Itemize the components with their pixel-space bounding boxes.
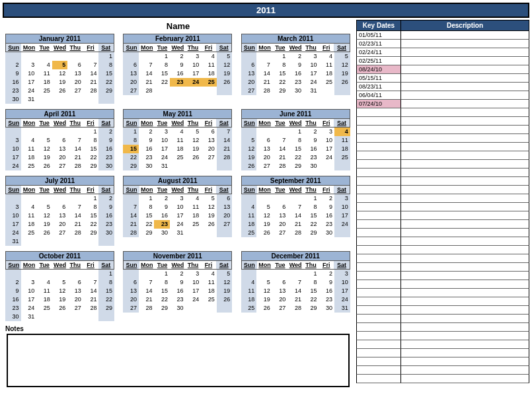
day-cell[interactable]: [21, 237, 37, 246]
day-cell[interactable]: 26: [334, 78, 350, 87]
day-cell[interactable]: 12: [52, 287, 68, 295]
day-cell[interactable]: 27: [241, 87, 257, 95]
day-cell[interactable]: 21: [67, 220, 83, 229]
day-cell[interactable]: [123, 270, 139, 278]
key-date-row[interactable]: [356, 220, 529, 229]
day-cell[interactable]: 20: [52, 220, 68, 229]
day-cell[interactable]: [217, 229, 233, 237]
day-cell[interactable]: 17: [5, 220, 21, 229]
day-cell[interactable]: 3: [319, 128, 335, 136]
day-cell[interactable]: 11: [241, 287, 257, 295]
day-cell[interactable]: 2: [319, 270, 335, 278]
day-cell[interactable]: 7: [83, 278, 99, 287]
day-cell[interactable]: 28: [139, 304, 155, 313]
day-cell[interactable]: 12: [241, 145, 257, 153]
key-date-row[interactable]: 02/24/11: [356, 48, 529, 57]
day-cell[interactable]: 29: [123, 162, 139, 170]
description-cell[interactable]: [401, 134, 529, 143]
day-cell[interactable]: [52, 95, 68, 104]
day-cell[interactable]: 11: [21, 145, 37, 153]
day-cell[interactable]: 17: [303, 69, 319, 78]
day-cell[interactable]: 4: [241, 278, 257, 287]
day-cell[interactable]: 30: [319, 229, 335, 237]
day-cell[interactable]: 3: [21, 278, 37, 287]
key-date-row[interactable]: [356, 211, 529, 220]
day-cell[interactable]: 5: [217, 270, 233, 278]
day-cell[interactable]: [139, 52, 155, 61]
day-cell[interactable]: 15: [83, 211, 99, 220]
day-cell[interactable]: 26: [241, 162, 257, 170]
day-cell[interactable]: 7: [287, 203, 303, 211]
day-cell[interactable]: 9: [303, 136, 319, 145]
day-cell[interactable]: 3: [334, 194, 350, 203]
key-date-row[interactable]: [356, 143, 529, 151]
description-cell[interactable]: [401, 272, 529, 280]
day-cell[interactable]: [21, 270, 37, 278]
day-cell[interactable]: 22: [83, 153, 99, 162]
day-cell[interactable]: [67, 237, 83, 246]
day-cell[interactable]: 21: [256, 78, 272, 87]
day-cell[interactable]: 24: [154, 153, 170, 162]
day-cell[interactable]: [67, 95, 83, 104]
description-cell[interactable]: [401, 177, 529, 186]
day-cell[interactable]: 2: [303, 128, 319, 136]
day-cell[interactable]: 6: [272, 278, 288, 287]
day-cell[interactable]: 18: [186, 211, 202, 220]
day-cell[interactable]: 25: [36, 87, 52, 95]
day-cell[interactable]: 1: [303, 194, 319, 203]
day-cell[interactable]: 24: [334, 295, 350, 304]
key-date-cell[interactable]: [356, 194, 401, 203]
day-cell[interactable]: [241, 128, 257, 136]
description-cell[interactable]: [401, 340, 529, 349]
key-date-cell[interactable]: [356, 186, 401, 194]
day-cell[interactable]: 19: [241, 153, 257, 162]
day-cell[interactable]: [201, 87, 217, 95]
day-cell[interactable]: [334, 87, 350, 95]
day-cell[interactable]: 15: [139, 211, 155, 220]
day-cell[interactable]: 11: [170, 136, 186, 145]
description-cell[interactable]: [401, 74, 529, 83]
day-cell[interactable]: 13: [272, 211, 288, 220]
day-cell[interactable]: [83, 95, 99, 104]
day-cell[interactable]: 3: [186, 270, 202, 278]
day-cell[interactable]: [186, 229, 202, 237]
day-cell[interactable]: 17: [170, 211, 186, 220]
day-cell[interactable]: 6: [52, 136, 68, 145]
day-cell[interactable]: 13: [217, 203, 233, 211]
day-cell[interactable]: 17: [21, 78, 37, 87]
day-cell[interactable]: [241, 52, 257, 61]
day-cell[interactable]: 20: [217, 211, 233, 220]
day-cell[interactable]: 1: [287, 128, 303, 136]
day-cell[interactable]: [67, 270, 83, 278]
day-cell[interactable]: 17: [186, 287, 202, 295]
day-cell[interactable]: 9: [319, 278, 335, 287]
day-cell[interactable]: [256, 270, 272, 278]
day-cell[interactable]: 13: [67, 69, 83, 78]
day-cell[interactable]: 15: [303, 211, 319, 220]
day-cell[interactable]: [21, 128, 37, 136]
day-cell[interactable]: 1: [123, 128, 139, 136]
day-cell[interactable]: 23: [5, 87, 21, 95]
day-cell[interactable]: [21, 52, 37, 61]
day-cell[interactable]: 2: [319, 194, 335, 203]
day-cell[interactable]: 27: [217, 220, 233, 229]
day-cell[interactable]: 18: [241, 220, 257, 229]
day-cell[interactable]: 3: [186, 52, 202, 61]
day-cell[interactable]: 21: [272, 153, 288, 162]
day-cell[interactable]: 2: [287, 52, 303, 61]
day-cell[interactable]: 10: [170, 203, 186, 211]
day-cell[interactable]: 18: [319, 69, 335, 78]
day-cell[interactable]: 15: [272, 69, 288, 78]
day-cell[interactable]: 10: [21, 69, 37, 78]
day-cell[interactable]: 10: [154, 136, 170, 145]
key-date-row[interactable]: [356, 229, 529, 237]
day-cell[interactable]: 12: [256, 287, 272, 295]
day-cell[interactable]: 26: [36, 162, 52, 170]
day-cell[interactable]: 28: [139, 87, 155, 95]
day-cell[interactable]: 13: [123, 287, 139, 295]
day-cell[interactable]: 8: [98, 278, 114, 287]
day-cell[interactable]: 5: [217, 52, 233, 61]
day-cell[interactable]: [36, 237, 52, 246]
day-cell[interactable]: 24: [5, 229, 21, 237]
day-cell[interactable]: 17: [334, 211, 350, 220]
